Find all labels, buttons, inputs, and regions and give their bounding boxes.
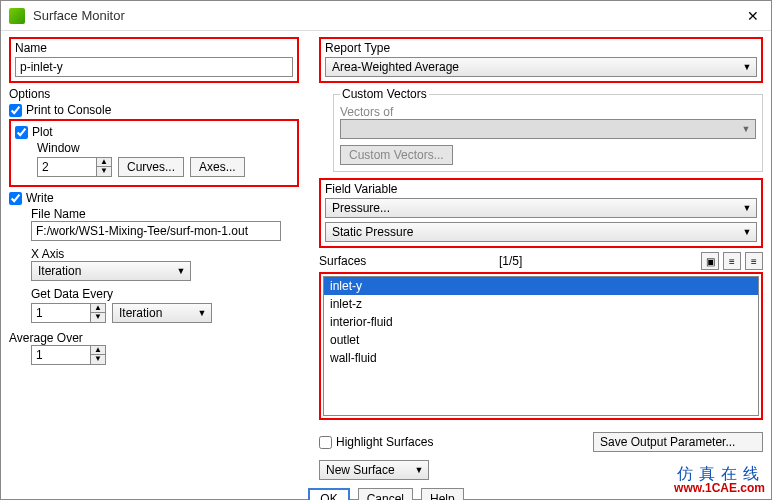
titlebar: Surface Monitor ✕ (1, 1, 771, 31)
spin-down-icon[interactable]: ▼ (91, 355, 105, 364)
spin-down-icon[interactable]: ▼ (97, 167, 111, 176)
close-icon[interactable]: ✕ (743, 8, 763, 24)
report-type-label: Report Type (325, 41, 757, 55)
vectors-of-dropdown: ▼ (340, 119, 756, 139)
get-data-input[interactable] (31, 303, 91, 323)
surfaces-selection-highlight: inlet-yinlet-zinterior-fluidoutletwall-f… (319, 272, 763, 420)
get-data-unit-dropdown[interactable]: Iteration ▼ (112, 303, 212, 323)
custom-vectors-button: Custom Vectors... (340, 145, 453, 165)
field-variable-dropdown[interactable]: Static Pressure ▼ (325, 222, 757, 242)
print-console-label: Print to Console (26, 103, 111, 117)
list-item[interactable]: interior-fluid (324, 313, 758, 331)
chevron-down-icon: ▼ (410, 465, 428, 475)
surfaces-toggle3-icon[interactable]: ≡ (745, 252, 763, 270)
report-type-group: Report Type Area-Weighted Average ▼ (319, 37, 763, 83)
window-spinner[interactable]: ▲▼ (37, 157, 112, 177)
window-label: Window (37, 141, 293, 155)
curves-button[interactable]: Curves... (118, 157, 184, 177)
name-group: Name (9, 37, 299, 83)
surfaces-toggle2-icon[interactable]: ≡ (723, 252, 741, 270)
new-surface-dropdown[interactable]: New Surface ▼ (319, 460, 429, 480)
highlight-surfaces-label: Highlight Surfaces (336, 435, 433, 449)
plot-checkbox[interactable] (15, 126, 28, 139)
app-icon (9, 8, 25, 24)
watermark-text: 仿真在线 (674, 467, 765, 481)
dialog-buttons: OK Cancel Help (1, 480, 771, 500)
ok-button[interactable]: OK (308, 488, 349, 500)
watermark-url: www.1CAE.com (674, 481, 765, 495)
surfaces-toggle1-icon[interactable]: ▣ (701, 252, 719, 270)
window-title: Surface Monitor (33, 8, 743, 23)
vectors-of-label: Vectors of (340, 105, 756, 119)
surfaces-label: Surfaces (319, 254, 499, 268)
window-input[interactable] (37, 157, 97, 177)
list-item[interactable]: outlet (324, 331, 758, 349)
surfaces-count: [1/5] (499, 254, 701, 268)
avg-over-label: Average Over (9, 331, 299, 345)
right-panel: Report Type Area-Weighted Average ▼ Cust… (319, 37, 763, 480)
options-label: Options (9, 87, 299, 101)
axes-button[interactable]: Axes... (190, 157, 245, 177)
chevron-down-icon: ▼ (738, 203, 756, 213)
custom-vectors-label: Custom Vectors (340, 87, 429, 101)
name-label: Name (15, 41, 293, 55)
custom-vectors-group-box: Custom Vectors Vectors of ▼ Custom Vecto… (333, 87, 763, 172)
chevron-down-icon: ▼ (193, 308, 211, 318)
list-item[interactable]: inlet-z (324, 295, 758, 313)
left-panel: Name Options Print to Console Plot Windo… (9, 37, 299, 480)
list-item[interactable]: inlet-y (324, 277, 758, 295)
report-type-dropdown[interactable]: Area-Weighted Average ▼ (325, 57, 757, 77)
plot-label: Plot (32, 125, 53, 139)
x-axis-dropdown[interactable]: Iteration ▼ (31, 261, 191, 281)
write-checkbox[interactable] (9, 192, 22, 205)
avg-over-spinner[interactable]: ▲▼ (31, 345, 299, 365)
get-data-spinner[interactable]: ▲▼ (31, 303, 106, 323)
x-axis-label: X Axis (31, 247, 299, 261)
chevron-down-icon: ▼ (738, 62, 756, 72)
chevron-down-icon: ▼ (172, 266, 190, 276)
field-variable-category-dropdown[interactable]: Pressure... ▼ (325, 198, 757, 218)
list-item[interactable]: wall-fluid (324, 349, 758, 367)
cancel-button[interactable]: Cancel (358, 488, 413, 500)
print-console-checkbox[interactable] (9, 104, 22, 117)
chevron-down-icon: ▼ (738, 227, 756, 237)
highlight-surfaces-checkbox[interactable] (319, 436, 332, 449)
field-variable-label: Field Variable (325, 182, 757, 196)
help-button[interactable]: Help (421, 488, 464, 500)
avg-over-input[interactable] (31, 345, 91, 365)
plot-group: Plot Window ▲▼ Curves... Axes... (9, 119, 299, 187)
chevron-down-icon: ▼ (737, 124, 755, 134)
write-label: Write (26, 191, 54, 205)
field-variable-group: Field Variable Pressure... ▼ Static Pres… (319, 178, 763, 248)
surfaces-listbox[interactable]: inlet-yinlet-zinterior-fluidoutletwall-f… (323, 276, 759, 416)
get-data-label: Get Data Every (31, 287, 299, 301)
spin-down-icon[interactable]: ▼ (91, 313, 105, 322)
file-name-input[interactable] (31, 221, 281, 241)
surface-monitor-dialog: Surface Monitor ✕ Name Options Print to … (0, 0, 772, 500)
name-input[interactable] (15, 57, 293, 77)
watermark: 仿真在线 www.1CAE.com (674, 467, 765, 495)
file-name-label: File Name (31, 207, 299, 221)
save-output-button[interactable]: Save Output Parameter... (593, 432, 763, 452)
